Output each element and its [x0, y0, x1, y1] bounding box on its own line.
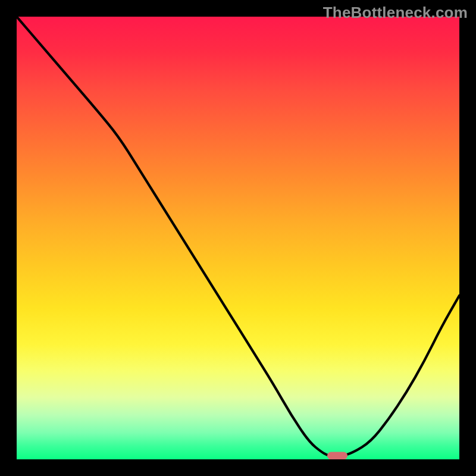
plot-area: [17, 17, 459, 459]
bottleneck-curve: [17, 17, 459, 459]
curve-path: [17, 17, 459, 457]
chart-frame: TheBottleneck.com: [0, 0, 476, 476]
optimal-point-marker: [327, 452, 347, 459]
watermark-text: TheBottleneck.com: [323, 4, 468, 22]
